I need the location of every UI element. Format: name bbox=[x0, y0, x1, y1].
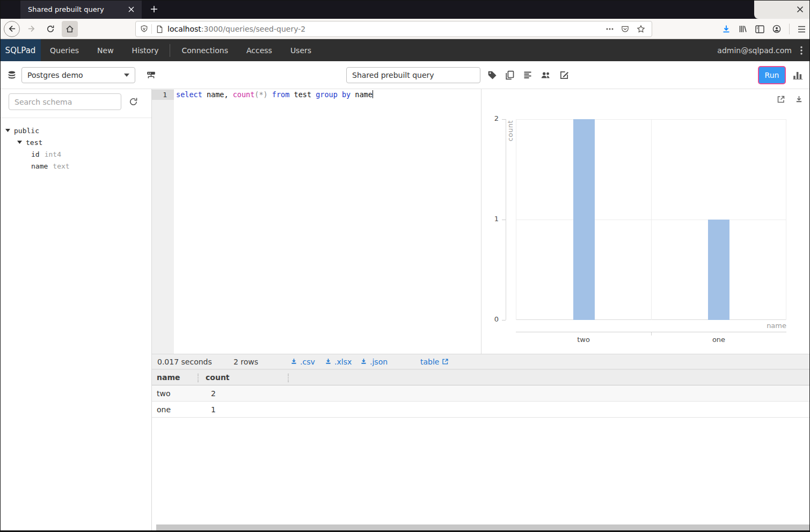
editor-gutter: 1 bbox=[152, 89, 174, 354]
url-path: :3000/queries/seed-query-2 bbox=[201, 25, 305, 33]
tree-node-label: test bbox=[26, 139, 42, 147]
forward-icon[interactable] bbox=[23, 21, 39, 37]
schema-refresh-icon[interactable] bbox=[129, 97, 138, 106]
database-icon bbox=[7, 70, 17, 80]
bar-two[interactable] bbox=[573, 119, 595, 320]
window-close-icon[interactable] bbox=[797, 6, 804, 13]
account-icon[interactable] bbox=[772, 25, 781, 33]
nav-item-new[interactable]: New bbox=[88, 39, 123, 61]
results-panel: 0.017 seconds 2 rows .csv .xlsx .json ta… bbox=[152, 354, 810, 532]
nav-item-connections[interactable]: Connections bbox=[172, 39, 237, 61]
caret-down-icon[interactable] bbox=[17, 140, 22, 145]
new-tab-button[interactable] bbox=[146, 1, 162, 17]
export-json-link[interactable]: .json bbox=[360, 358, 388, 366]
y-tick-mark bbox=[502, 320, 506, 320]
x-axis-tick bbox=[651, 332, 652, 336]
window-titlebar bbox=[754, 0, 810, 19]
tree-node-test[interactable]: test bbox=[0, 136, 151, 148]
tree-node-column-name[interactable]: name text bbox=[0, 160, 151, 172]
table-row[interactable]: two 2 bbox=[152, 385, 810, 402]
sql-token: select bbox=[176, 90, 202, 99]
sql-token: name, bbox=[202, 90, 233, 99]
pocket-icon[interactable] bbox=[621, 25, 629, 33]
browser-tab[interactable]: Shared prebuilt query bbox=[20, 0, 142, 19]
y-tick-mark bbox=[502, 119, 506, 120]
schema-search-input[interactable] bbox=[9, 93, 121, 110]
sqlpad-toolbar: Postgres demo Run bbox=[0, 61, 810, 89]
sqlpad-brand[interactable]: SQLPad bbox=[0, 39, 41, 61]
line-number: 1 bbox=[152, 90, 174, 100]
url-host: localhost bbox=[167, 25, 201, 33]
y-tick-label: 0 bbox=[486, 315, 499, 323]
page-info-icon[interactable] bbox=[156, 25, 163, 33]
column-resize-handle[interactable] bbox=[198, 374, 199, 382]
sidebar-toggle-icon[interactable] bbox=[755, 25, 764, 33]
reload-icon[interactable] bbox=[42, 21, 59, 37]
schema-toggle-icon[interactable] bbox=[146, 70, 156, 80]
shield-icon[interactable] bbox=[140, 25, 148, 33]
cell-name: two bbox=[152, 385, 200, 401]
sql-token bbox=[268, 90, 272, 99]
chart-xband-labels: twoone bbox=[516, 332, 786, 344]
nav-item-users[interactable]: Users bbox=[281, 39, 320, 61]
sqlpad-navbar: SQLPad Queries New History Connections A… bbox=[0, 39, 810, 61]
nav-item-history[interactable]: History bbox=[123, 39, 168, 61]
browser-toolbar: localhost:3000/queries/seed-query-2 bbox=[0, 19, 810, 39]
query-name-input[interactable] bbox=[346, 67, 480, 83]
nav-item-access[interactable]: Access bbox=[237, 39, 281, 61]
y-axis-line bbox=[506, 119, 506, 320]
sharing-users-icon[interactable] bbox=[541, 70, 551, 80]
export-xlsx-link[interactable]: .xlsx bbox=[325, 358, 352, 366]
table-link[interactable]: table bbox=[420, 358, 449, 366]
column-type: int4 bbox=[45, 150, 61, 158]
table-row[interactable]: one 1 bbox=[152, 402, 810, 418]
column-resize-handle[interactable] bbox=[288, 374, 289, 382]
toolbar-divider bbox=[789, 24, 790, 34]
save-icon[interactable] bbox=[559, 70, 569, 80]
sql-token: name bbox=[351, 90, 373, 99]
sql-token: by bbox=[342, 90, 351, 99]
column-header-count: count bbox=[200, 370, 275, 385]
caret-down-icon[interactable] bbox=[5, 128, 10, 133]
sql-token bbox=[338, 90, 342, 99]
cell-count: 2 bbox=[200, 385, 275, 401]
horizontal-scrollbar[interactable] bbox=[156, 524, 810, 530]
bar-one[interactable] bbox=[708, 220, 729, 320]
text-cursor bbox=[373, 90, 374, 98]
library-icon[interactable] bbox=[739, 25, 747, 33]
chart-toggle-icon[interactable] bbox=[793, 70, 803, 79]
editor-code[interactable]: select name, count(*) from test group by… bbox=[174, 89, 481, 354]
bookmark-star-icon[interactable] bbox=[637, 25, 645, 33]
menu-icon[interactable] bbox=[798, 26, 806, 33]
connection-select[interactable]: Postgres demo bbox=[21, 67, 135, 83]
kebab-menu-icon[interactable] bbox=[800, 46, 802, 55]
tree-node-column-id[interactable]: id int4 bbox=[0, 148, 151, 160]
column-header-name: name bbox=[152, 370, 200, 385]
column-name: id bbox=[31, 150, 40, 158]
tab-close-icon[interactable] bbox=[126, 4, 136, 15]
url-bar[interactable]: localhost:3000/queries/seed-query-2 bbox=[135, 21, 652, 37]
schema-tree: public test id int4 name text bbox=[0, 118, 151, 172]
format-icon[interactable] bbox=[523, 70, 532, 80]
y-tick-label: 1 bbox=[486, 215, 499, 223]
back-icon[interactable] bbox=[4, 21, 20, 37]
tree-node-public[interactable]: public bbox=[0, 125, 151, 136]
downloads-icon[interactable] bbox=[722, 25, 731, 33]
sql-token: test bbox=[289, 90, 316, 99]
home-icon[interactable] bbox=[62, 21, 78, 37]
sql-token: count bbox=[233, 90, 255, 99]
chart-panel: 210 count name twoone bbox=[481, 89, 810, 354]
y-tick-label: 2 bbox=[486, 114, 499, 122]
export-csv-link[interactable]: .csv bbox=[290, 358, 315, 366]
run-button[interactable]: Run bbox=[759, 67, 785, 83]
nav-item-queries[interactable]: Queries bbox=[41, 39, 88, 61]
sql-token: group bbox=[316, 90, 338, 99]
sql-editor[interactable]: 1 select name, count(*) from test group … bbox=[152, 89, 481, 354]
tab-title: Shared prebuilt query bbox=[28, 5, 126, 13]
connection-value: Postgres demo bbox=[27, 71, 124, 79]
tags-icon[interactable] bbox=[487, 70, 497, 80]
clone-icon[interactable] bbox=[505, 70, 515, 80]
more-options-icon[interactable] bbox=[606, 28, 614, 30]
cell-count: 1 bbox=[200, 402, 275, 417]
url-text: localhost:3000/queries/seed-query-2 bbox=[167, 25, 606, 33]
